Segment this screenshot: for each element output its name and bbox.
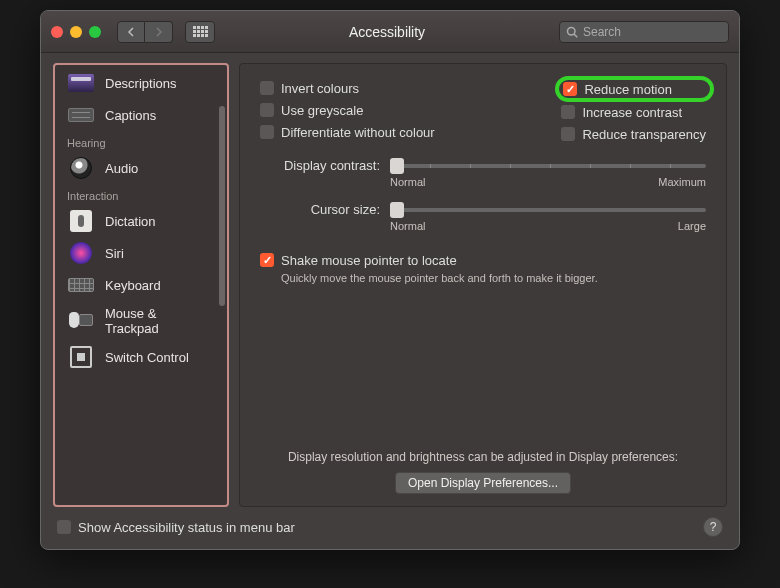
sidebar-item-label: Descriptions — [105, 76, 177, 91]
mouse-trackpad-icon — [67, 310, 95, 332]
slider-max-label: Maximum — [658, 176, 706, 188]
sidebar-item-label: Audio — [105, 161, 138, 176]
use-greyscale-checkbox[interactable]: Use greyscale — [260, 100, 435, 120]
shake-pointer-description: Quickly move the mouse pointer back and … — [281, 272, 706, 284]
sidebar-item-label: Dictation — [105, 214, 156, 229]
display-prefs-note: Display resolution and brightness can be… — [260, 450, 706, 464]
checkbox-label: Differentiate without colour — [281, 125, 435, 140]
show-all-button[interactable] — [185, 21, 215, 43]
sidebar-item-switch-control[interactable]: Switch Control — [57, 341, 219, 373]
window-controls — [51, 26, 101, 38]
sidebar-item-dictation[interactable]: Dictation — [57, 205, 219, 237]
window-title: Accessibility — [223, 24, 551, 40]
search-field[interactable]: Search — [559, 21, 729, 43]
grid-icon — [193, 26, 208, 37]
differentiate-without-colour-checkbox[interactable]: Differentiate without colour — [260, 122, 435, 142]
chevron-left-icon — [127, 27, 135, 37]
window-body: Descriptions Captions Hearing Audio Inte… — [41, 53, 739, 549]
shake-pointer-checkbox[interactable]: Shake mouse pointer to locate — [260, 250, 706, 270]
category-sidebar: Descriptions Captions Hearing Audio Inte… — [53, 63, 229, 507]
help-button[interactable]: ? — [703, 517, 723, 537]
sidebar-item-mouse-trackpad[interactable]: Mouse & Trackpad — [57, 301, 219, 341]
captions-icon — [67, 104, 95, 126]
checkbox-label: Show Accessibility status in menu bar — [78, 520, 295, 535]
descriptions-icon — [67, 72, 95, 94]
checkbox-label: Reduce motion — [584, 82, 671, 97]
back-button[interactable] — [117, 21, 145, 43]
dictation-icon — [67, 210, 95, 232]
svg-point-0 — [568, 27, 576, 35]
display-contrast-row: Display contrast: Normal Maximum — [260, 158, 706, 188]
zoom-button[interactable] — [89, 26, 101, 38]
display-contrast-slider[interactable] — [390, 164, 706, 168]
audio-icon — [67, 157, 95, 179]
checkbox-icon — [260, 103, 274, 117]
sidebar-item-siri[interactable]: Siri — [57, 237, 219, 269]
invert-colours-checkbox[interactable]: Invert colours — [260, 78, 435, 98]
nav-buttons — [117, 21, 173, 43]
checkbox-grid: Invert colours Use greyscale Differentia… — [260, 78, 706, 144]
chevron-right-icon — [155, 27, 163, 37]
sidebar-item-label: Siri — [105, 246, 124, 261]
pane-footer: Display resolution and brightness can be… — [260, 450, 706, 494]
show-status-in-menu-bar-checkbox[interactable]: Show Accessibility status in menu bar — [57, 517, 295, 537]
section-header-interaction: Interaction — [57, 184, 219, 205]
sidebar-item-label: Keyboard — [105, 278, 161, 293]
reduce-transparency-checkbox[interactable]: Reduce transparency — [561, 124, 706, 144]
scrollbar-thumb[interactable] — [219, 106, 225, 306]
sidebar-item-audio[interactable]: Audio — [57, 152, 219, 184]
slider-thumb[interactable] — [390, 202, 404, 218]
search-icon — [566, 26, 578, 38]
panes: Descriptions Captions Hearing Audio Inte… — [53, 63, 727, 507]
checkbox-label: Shake mouse pointer to locate — [281, 253, 457, 268]
siri-icon — [67, 242, 95, 264]
checkbox-icon — [563, 82, 577, 96]
sidebar-item-label: Switch Control — [105, 350, 189, 365]
forward-button[interactable] — [145, 21, 173, 43]
checkbox-label: Use greyscale — [281, 103, 363, 118]
settings-pane: Invert colours Use greyscale Differentia… — [239, 63, 727, 507]
display-contrast-label: Display contrast: — [260, 158, 380, 173]
sidebar-scrollbar[interactable] — [219, 71, 225, 499]
titlebar: Accessibility Search — [41, 11, 739, 53]
reduce-motion-checkbox[interactable]: Reduce motion — [563, 79, 671, 99]
cursor-size-label: Cursor size: — [260, 202, 380, 217]
cursor-size-slider[interactable] — [390, 208, 706, 212]
checkbox-icon — [260, 81, 274, 95]
cursor-size-row: Cursor size: Normal Large — [260, 202, 706, 232]
close-button[interactable] — [51, 26, 63, 38]
slider-min-label: Normal — [390, 176, 425, 188]
checkbox-icon — [561, 127, 575, 141]
sidebar-item-label: Mouse & Trackpad — [105, 306, 211, 336]
open-display-preferences-button[interactable]: Open Display Preferences... — [395, 472, 571, 494]
accessibility-window: Accessibility Search Descriptions Captio… — [40, 10, 740, 550]
shake-pointer-section: Shake mouse pointer to locate Quickly mo… — [260, 250, 706, 284]
search-placeholder: Search — [583, 25, 621, 39]
sidebar-item-captions[interactable]: Captions — [57, 99, 219, 131]
bottom-row: Show Accessibility status in menu bar ? — [53, 507, 727, 537]
checkbox-label: Invert colours — [281, 81, 359, 96]
sidebar-item-keyboard[interactable]: Keyboard — [57, 269, 219, 301]
minimize-button[interactable] — [70, 26, 82, 38]
checkbox-icon — [260, 125, 274, 139]
reduce-motion-highlight: Reduce motion — [555, 76, 714, 102]
switch-control-icon — [67, 346, 95, 368]
section-header-hearing: Hearing — [57, 131, 219, 152]
slider-thumb[interactable] — [390, 158, 404, 174]
sidebar-item-label: Captions — [105, 108, 156, 123]
checkbox-label: Reduce transparency — [582, 127, 706, 142]
keyboard-icon — [67, 274, 95, 296]
slider-min-label: Normal — [390, 220, 425, 232]
slider-max-label: Large — [678, 220, 706, 232]
sidebar-item-descriptions[interactable]: Descriptions — [57, 67, 219, 99]
increase-contrast-checkbox[interactable]: Increase contrast — [561, 102, 706, 122]
checkbox-icon — [57, 520, 71, 534]
checkbox-icon — [260, 253, 274, 267]
checkbox-icon — [561, 105, 575, 119]
checkbox-label: Increase contrast — [582, 105, 682, 120]
